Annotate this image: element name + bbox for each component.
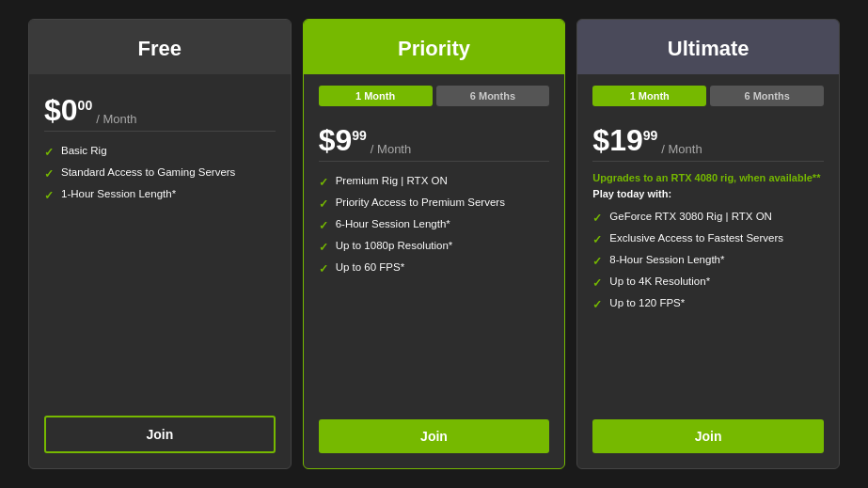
- price-cents-ultimate: 99: [643, 129, 658, 142]
- features-list-priority: ✓ Premium Rig | RTX ON ✓ Priority Access…: [319, 175, 550, 408]
- feature-text: 6-Hour Session Length*: [336, 218, 450, 229]
- feature-text: Up to 60 FPS*: [336, 261, 405, 273]
- plan-title-free: Free: [29, 37, 291, 61]
- play-today-label: Play today with:: [592, 188, 824, 199]
- check-icon: ✓: [319, 241, 328, 254]
- pricing-container: Free $0 00 / Month ✓ Basic Rig ✓ Standar…: [0, 0, 868, 488]
- plan-card-free: Free $0 00 / Month ✓ Basic Rig ✓ Standar…: [28, 19, 292, 469]
- price-period-ultimate: / Month: [661, 143, 702, 155]
- feature-item: ✓ 8-Hour Session Length*: [592, 254, 824, 268]
- check-icon: ✓: [319, 197, 328, 211]
- check-icon: ✓: [44, 167, 54, 181]
- feature-text: Exclusive Access to Fastest Servers: [609, 232, 783, 244]
- feature-item: ✓ Up to 60 FPS*: [319, 261, 550, 275]
- price-dollar-ultimate: $19: [592, 125, 642, 155]
- feature-text: Basic Rig: [61, 145, 107, 156]
- feature-text: Up to 120 FPS*: [609, 297, 685, 308]
- plan-title-ultimate: Ultimate: [577, 37, 839, 61]
- price-section-free: $0 00 / Month: [44, 86, 276, 132]
- feature-text: Priority Access to Premium Servers: [336, 197, 505, 208]
- price-display-free: $0 00 / Month: [44, 95, 276, 125]
- plan-body-ultimate: 1 Month 6 Months $19 99 / Month Upgrades…: [577, 74, 839, 468]
- plan-card-priority: Priority 1 Month 6 Months $9 99 / Month …: [303, 19, 566, 469]
- billing-1month-priority[interactable]: 1 Month: [319, 86, 433, 106]
- price-period-free: / Month: [96, 113, 136, 125]
- features-list-ultimate: ✓ GeForce RTX 3080 Rig | RTX ON ✓ Exclus…: [592, 211, 824, 408]
- plan-header-free: Free: [29, 20, 291, 74]
- price-dollar-free: $0: [44, 95, 78, 125]
- check-icon: ✓: [44, 146, 54, 159]
- price-cents-free: 00: [78, 99, 93, 112]
- feature-item: ✓ Priority Access to Premium Servers: [319, 197, 550, 211]
- price-section-ultimate: $19 99 / Month: [592, 116, 824, 162]
- feature-text: Premium Rig | RTX ON: [336, 175, 448, 186]
- plan-title-priority: Priority: [304, 37, 565, 61]
- price-period-priority: / Month: [371, 143, 411, 155]
- check-icon: ✓: [592, 255, 602, 268]
- billing-6months-priority[interactable]: 6 Months: [436, 86, 550, 106]
- price-dollar-priority: $9: [319, 125, 353, 155]
- check-icon: ✓: [319, 219, 328, 232]
- check-icon: ✓: [592, 233, 602, 246]
- feature-text: 8-Hour Session Length*: [609, 254, 724, 265]
- feature-item: ✓ Basic Rig: [44, 145, 276, 159]
- check-icon: ✓: [592, 276, 602, 290]
- price-display-ultimate: $19 99 / Month: [592, 125, 824, 155]
- check-icon: ✓: [592, 212, 602, 225]
- feature-text: Standard Access to Gaming Servers: [61, 166, 235, 178]
- plan-card-ultimate: N Highest Performance Ultimate 1 Month 6…: [576, 19, 840, 469]
- feature-text: 1-Hour Session Length*: [61, 188, 176, 199]
- feature-item: ✓ Up to 4K Resolution*: [592, 275, 824, 290]
- check-icon: ✓: [319, 176, 328, 189]
- upgrade-notice: Upgrades to an RTX 4080 rig, when availa…: [592, 171, 824, 184]
- feature-item: ✓ Premium Rig | RTX ON: [319, 175, 550, 189]
- feature-item: ✓ 1-Hour Session Length*: [44, 188, 276, 202]
- check-icon: ✓: [44, 189, 54, 202]
- join-button-priority[interactable]: Join: [319, 419, 550, 453]
- billing-toggle-priority: 1 Month 6 Months: [319, 86, 550, 106]
- join-button-free[interactable]: Join: [44, 416, 276, 453]
- feature-item: ✓ GeForce RTX 3080 Rig | RTX ON: [592, 211, 824, 225]
- feature-item: ✓ Standard Access to Gaming Servers: [44, 166, 276, 181]
- plan-body-priority: 1 Month 6 Months $9 99 / Month ✓ Premium…: [304, 74, 565, 468]
- feature-text: GeForce RTX 3080 Rig | RTX ON: [609, 211, 772, 222]
- billing-toggle-ultimate: 1 Month 6 Months: [592, 86, 824, 106]
- billing-1month-ultimate[interactable]: 1 Month: [592, 86, 706, 106]
- plan-header-ultimate: Ultimate: [577, 20, 839, 74]
- plan-body-free: $0 00 / Month ✓ Basic Rig ✓ Standard Acc…: [29, 74, 291, 468]
- plan-header-priority: Priority: [304, 20, 565, 74]
- check-icon: ✓: [319, 262, 328, 275]
- join-button-ultimate[interactable]: Join: [592, 419, 824, 453]
- feature-item: ✓ Exclusive Access to Fastest Servers: [592, 232, 824, 246]
- billing-6months-ultimate[interactable]: 6 Months: [710, 86, 824, 106]
- check-icon: ✓: [592, 298, 602, 311]
- price-cents-priority: 99: [352, 129, 367, 142]
- features-list-free: ✓ Basic Rig ✓ Standard Access to Gaming …: [44, 145, 276, 404]
- feature-item: ✓ Up to 120 FPS*: [592, 297, 824, 311]
- feature-text: Up to 4K Resolution*: [609, 275, 710, 287]
- feature-item: ✓ 6-Hour Session Length*: [319, 218, 550, 232]
- price-display-priority: $9 99 / Month: [319, 125, 550, 155]
- feature-item: ✓ Up to 1080p Resolution*: [319, 240, 550, 254]
- price-section-priority: $9 99 / Month: [319, 116, 550, 162]
- feature-text: Up to 1080p Resolution*: [336, 240, 453, 251]
